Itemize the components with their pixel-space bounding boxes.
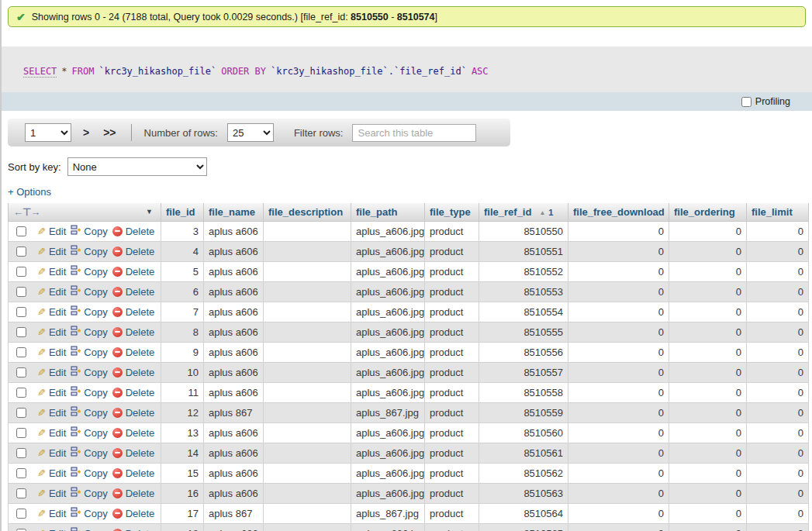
edit-link[interactable]: ✎Edit — [37, 367, 66, 378]
column-header-file-path[interactable]: file_path — [351, 203, 425, 221]
delete-link[interactable]: Delete — [112, 306, 155, 318]
row-checkbox[interactable] — [16, 529, 26, 531]
delete-link[interactable]: Delete — [112, 286, 155, 298]
delete-link[interactable]: Delete — [112, 326, 155, 338]
copy-link[interactable]: Copy — [71, 386, 107, 398]
copy-link[interactable]: Copy — [71, 366, 107, 378]
copy-link[interactable]: Copy — [71, 426, 107, 439]
cell-file-type: product — [425, 523, 479, 531]
column-header-file-limit[interactable]: file_limit — [747, 203, 809, 221]
edit-link[interactable]: ✎Edit — [37, 387, 66, 398]
column-header-file-type[interactable]: file_type — [425, 203, 479, 221]
cell-file-type: product — [425, 362, 479, 382]
copy-link[interactable]: Copy — [71, 527, 107, 531]
edit-link[interactable]: ✎Edit — [37, 488, 66, 499]
sql-keyword-select[interactable]: SELECT — [23, 66, 57, 78]
edit-link[interactable]: ✎Edit — [37, 467, 66, 479]
row-checkbox[interactable] — [16, 488, 26, 498]
row-checkbox[interactable] — [16, 267, 26, 277]
profiling-checkbox[interactable] — [741, 97, 752, 107]
row-checkbox[interactable] — [16, 367, 26, 378]
edit-link[interactable]: ✎Edit — [37, 286, 66, 298]
row-checkbox[interactable] — [16, 408, 26, 418]
edit-link[interactable]: ✎Edit — [37, 407, 66, 419]
edit-link[interactable]: ✎Edit — [37, 326, 66, 338]
filter-rows-input[interactable] — [352, 124, 476, 142]
edit-link[interactable]: ✎Edit — [37, 347, 66, 358]
delete-link[interactable]: Delete — [112, 508, 155, 519]
next-page-button[interactable]: > — [81, 126, 92, 139]
delete-minus-icon — [112, 509, 123, 519]
edit-link[interactable]: ✎Edit — [37, 266, 66, 278]
row-checkbox[interactable] — [16, 468, 26, 478]
options-toggle-link[interactable]: + Options — [8, 186, 51, 198]
edit-link[interactable]: ✎Edit — [37, 226, 66, 237]
profiling-toggle[interactable]: Profiling — [741, 96, 790, 107]
edit-link[interactable]: ✎Edit — [37, 528, 66, 531]
cell-file-ref-id: 8510553 — [479, 281, 568, 302]
edit-pencil-icon: ✎ — [37, 508, 46, 519]
row-checkbox[interactable] — [16, 287, 26, 297]
copy-link[interactable]: Copy — [71, 346, 107, 358]
column-header-file-ref-id[interactable]: file_ref_id▲1 — [479, 203, 568, 221]
copy-link[interactable]: Copy — [71, 406, 107, 419]
copy-link[interactable]: Copy — [71, 245, 107, 257]
row-checkbox[interactable] — [16, 307, 26, 317]
row-checkbox[interactable] — [16, 226, 26, 236]
column-header-file-ordering[interactable]: file_ordering — [669, 203, 747, 221]
delete-link[interactable]: Delete — [112, 387, 155, 398]
delete-link[interactable]: Delete — [112, 467, 155, 479]
column-header-file-description[interactable]: file_description — [264, 203, 351, 221]
cell-file-ordering: 0 — [669, 342, 747, 362]
sort-by-key-select[interactable]: None — [67, 157, 207, 176]
delete-link[interactable]: Delete — [112, 427, 155, 439]
cell-file-name: aplus a606 — [204, 443, 264, 463]
copy-link[interactable]: Copy — [71, 265, 107, 278]
copy-link[interactable]: Copy — [71, 507, 107, 519]
copy-link[interactable]: Copy — [71, 467, 107, 479]
copy-link[interactable]: Copy — [71, 285, 107, 298]
delete-link[interactable]: Delete — [112, 528, 155, 531]
delete-link[interactable]: Delete — [112, 226, 155, 237]
row-checkbox[interactable] — [16, 247, 26, 257]
delete-link[interactable]: Delete — [112, 488, 155, 499]
edit-link[interactable]: ✎Edit — [37, 306, 66, 318]
edit-link[interactable]: ✎Edit — [37, 246, 66, 257]
edit-link[interactable]: ✎Edit — [37, 447, 66, 459]
row-checkbox[interactable] — [16, 388, 26, 398]
delete-link[interactable]: Delete — [112, 447, 155, 459]
delete-link[interactable]: Delete — [112, 246, 155, 257]
delete-link[interactable]: Delete — [112, 367, 155, 378]
column-header-file-id[interactable]: file_id — [161, 203, 204, 221]
column-header-file-name[interactable]: file_name — [204, 203, 264, 221]
row-checkbox[interactable] — [16, 327, 26, 337]
delete-link[interactable]: Delete — [112, 266, 155, 278]
column-header-file-free-download[interactable]: file_free_download — [568, 203, 669, 221]
row-checkbox[interactable] — [16, 428, 26, 438]
cell-file-limit: 0 — [747, 342, 809, 362]
edit-pencil-icon: ✎ — [37, 488, 46, 499]
row-checkbox[interactable] — [16, 347, 26, 357]
move-columns-icon[interactable]: ←⊤→ — [13, 206, 40, 218]
delete-link[interactable]: Delete — [112, 407, 155, 419]
last-page-button[interactable]: >> — [101, 126, 118, 139]
row-checkbox[interactable] — [16, 509, 26, 519]
delete-link[interactable]: Delete — [112, 347, 155, 358]
cell-file-id: 8 — [161, 322, 204, 342]
copy-link[interactable]: Copy — [71, 487, 107, 499]
cell-file-name: aplus a606 — [204, 342, 264, 362]
edit-link[interactable]: ✎Edit — [37, 427, 66, 439]
column-options-caret-icon[interactable]: ▼ — [146, 208, 153, 216]
cell-file-name: aplus a606 — [204, 322, 264, 342]
edit-pencil-icon: ✎ — [37, 266, 46, 278]
cell-file-description — [264, 322, 351, 342]
page-select[interactable]: 1 — [25, 123, 71, 142]
edit-link[interactable]: ✎Edit — [37, 508, 66, 519]
copy-link[interactable]: Copy — [71, 326, 107, 338]
number-of-rows-select[interactable]: 25 — [227, 123, 274, 142]
copy-link[interactable]: Copy — [71, 447, 107, 459]
row-checkbox[interactable] — [16, 448, 26, 458]
results-table: ←⊤→ ▼ file_id file_name file_description… — [8, 203, 809, 531]
copy-link[interactable]: Copy — [71, 305, 107, 318]
copy-link[interactable]: Copy — [71, 225, 107, 237]
